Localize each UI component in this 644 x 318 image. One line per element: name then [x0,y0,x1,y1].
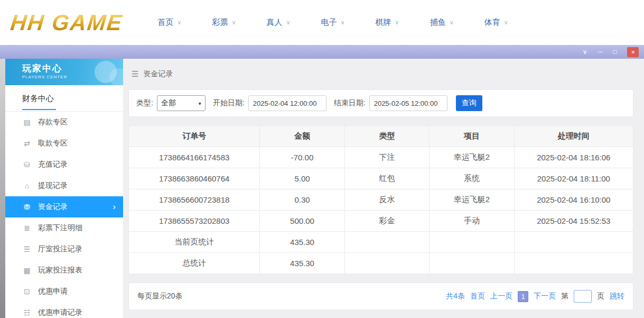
bank-icon: ⌂ [22,181,32,190]
sidebar-item-withdrawal-records[interactable]: ⌂ 提现记录 [5,175,123,196]
empty-cell [514,232,633,253]
chevron-down-icon: ∨ [341,20,345,25]
summary-row-page: 当前页统计 435.30 [129,232,633,253]
cell-order: 1738663860460764 [129,168,260,189]
jump-label-pre: 第 [561,292,568,301]
sidebar-item-label: 厅室投注记录 [38,244,82,254]
total-count: 共4条 [446,292,465,301]
cell-time: 2025-02-04 16:10:00 [514,189,633,211]
sidebar-item-hall-bet-records[interactable]: ☰ 厅室投注记录 [5,239,123,260]
nav-item-home[interactable]: 首页 ∨ [157,17,181,28]
table-header-time: 处理时间 [514,126,633,147]
cell-type: 彩金 [344,211,429,232]
finance-center-label: 财务中心 [22,94,56,110]
nav-item-sports[interactable]: 体育 ∨ [484,17,508,28]
sidebar-menu: ▤ 存款专区 ⇄ 取款专区 ⛁ 充值记录 ⌂ 提现记录 ⛃ 资金记录 › ≣ [5,112,123,318]
sidebar-item-label: 彩票下注明细 [38,223,82,233]
type-select-value: 全部 [161,98,176,108]
summary-label: 总统计 [129,253,260,274]
records-icon: ☷ [22,308,32,317]
empty-cell [430,232,514,253]
nav-label: 电子 [321,17,337,28]
empty-cell [514,253,633,274]
sidebar-item-label: 提现记录 [38,181,68,190]
cell-amount: 5.00 [260,168,344,189]
first-page-link[interactable]: 首页 [470,292,485,301]
close-icon[interactable]: × [627,47,639,57]
cell-amount: 0.30 [260,189,344,211]
brand-logo[interactable]: HH GAME [9,10,124,35]
nav-item-slots[interactable]: 电子 ∨ [321,17,345,28]
sidebar-item-funds-records[interactable]: ⛃ 资金记录 › [5,196,123,217]
table-row: 1738655573202803 500.00 彩金 手动 2025-02-04… [129,211,633,232]
empty-cell [344,232,429,253]
sidebar-item-player-bet-report[interactable]: ▦ 玩家投注报表 [5,260,123,281]
cell-order: 1738656600723818 [129,189,260,211]
sidebar: 玩家中心 PLAYERS CENTER 财务中心 ▤ 存款专区 ⇄ 取款专区 ⛁… [5,59,123,318]
sidebar-item-label: 优惠申请 [38,287,68,296]
circle-decor [109,68,123,85]
minimize-icon[interactable]: ─ [598,49,603,55]
cell-type: 红包 [344,168,429,189]
table-header-item: 项目 [430,126,514,147]
next-page-link[interactable]: 下一页 [534,292,556,301]
coupon-icon: ⊡ [22,287,32,296]
coins-icon: ⛁ [22,160,32,169]
nav-label: 棋牌 [376,17,391,28]
cell-type: 反水 [344,189,429,211]
start-date-label: 开始日期: [213,98,245,108]
maximize-icon[interactable]: □ [613,49,617,55]
prev-page-link[interactable]: 上一页 [490,292,512,301]
nav-item-lottery[interactable]: 彩票 ∨ [212,17,236,28]
sidebar-item-recharge-records[interactable]: ⛁ 充值记录 [5,154,123,175]
nav-label: 真人 [266,17,282,28]
sidebar-item-lottery-bet-details[interactable]: ≣ 彩票下注明细 [5,217,123,239]
cell-amount: -70.00 [260,147,344,168]
money-bag-icon: ⛃ [22,203,32,211]
empty-cell [430,253,514,274]
table-row: 1738664166174583 -70.00 下注 幸运飞艇2 2025-02… [129,147,633,168]
sidebar-item-label: 玩家投注报表 [38,266,82,275]
nav-item-chess[interactable]: 棋牌 ∨ [376,17,399,28]
sidebar-item-promo-apply[interactable]: ⊡ 优惠申请 [5,281,123,302]
search-button[interactable]: 查询 [456,95,482,111]
pagination-bar: 每页显示20条 共4条 首页 上一页 1 下一页 第 页 跳转 [128,283,633,310]
chevron-down-icon: ∨ [286,20,290,25]
jump-label-post: 页 [597,292,604,301]
page-jump-input[interactable] [574,290,592,303]
nav-label: 捕鱼 [430,17,446,28]
jump-go-link[interactable]: 跳转 [610,292,624,301]
window-chevron-icon[interactable]: ∨ [583,49,587,55]
sidebar-item-label: 取款专区 [38,139,68,148]
nav-label: 首页 [157,17,173,28]
nav-label: 彩票 [212,17,228,28]
sidebar-item-withdraw-zone[interactable]: ⇄ 取款专区 [5,133,123,154]
site-header: HH GAME 首页 ∨ 彩票 ∨ 真人 ∨ 电子 ∨ 棋牌 ∨ 捕鱼 ∨ 体育… [0,0,644,45]
main-content: ☰ 资金记录 类型: 全部 ▾ 开始日期: 结束日期: 查询 订单号 金额 [123,59,644,318]
withdraw-icon: ⇄ [22,139,32,148]
sidebar-item-deposit-zone[interactable]: ▤ 存款专区 [5,112,123,133]
report-icon: ▦ [22,266,32,275]
summary-amount: 435.30 [260,253,344,274]
list-icon: ☰ [22,245,32,253]
funds-table-panel: 订单号 金额 类型 项目 处理时间 1738664166174583 -70.0… [128,125,633,274]
cell-item: 系统 [430,168,514,189]
end-date-input[interactable] [369,95,447,111]
table-row: 1738656600723818 0.30 反水 幸运飞艇2 2025-02-0… [129,189,633,211]
nav-item-live[interactable]: 真人 ∨ [266,17,290,28]
table-header-type: 类型 [344,126,429,147]
start-date-input[interactable] [248,95,326,111]
type-select[interactable]: 全部 ▾ [157,95,206,111]
main-nav: 首页 ∨ 彩票 ∨ 真人 ∨ 电子 ∨ 棋牌 ∨ 捕鱼 ∨ 体育 ∨ [157,17,508,28]
players-center-header: 玩家中心 PLAYERS CENTER [5,59,123,85]
chevron-down-icon: ∨ [231,20,236,25]
sidebar-item-promo-apply-records[interactable]: ☷ 优惠申请记录 [5,302,123,318]
current-page[interactable]: 1 [518,291,528,302]
nav-item-fishing[interactable]: 捕鱼 ∨ [430,17,454,28]
sidebar-item-label: 存款专区 [38,117,68,127]
per-page-text: 每页显示20条 [137,292,183,301]
document-icon: ≣ [22,224,32,232]
finance-center-section: 财务中心 [5,85,123,112]
cell-type: 下注 [344,147,429,168]
window-titlebar: ∨ ─ □ × [0,45,644,59]
